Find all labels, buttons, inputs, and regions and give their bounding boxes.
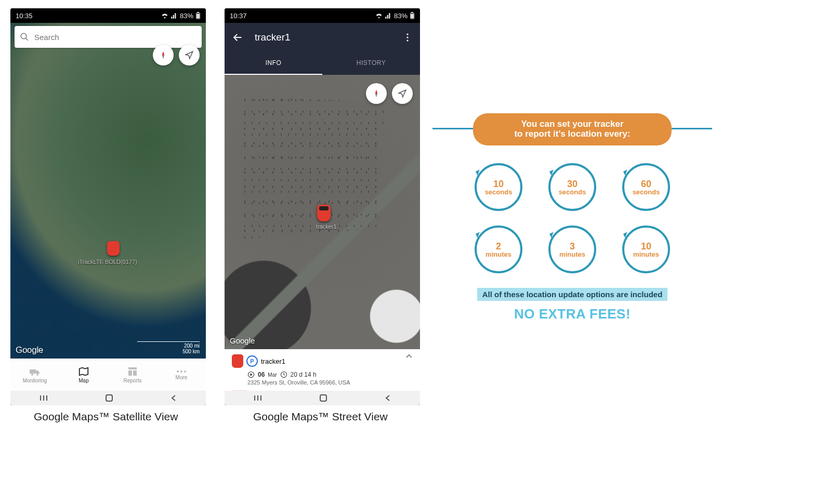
app-bar: tracker1 INFO HISTORY <box>225 23 420 75</box>
svg-rect-2 <box>197 12 199 13</box>
svg-point-6 <box>31 374 33 376</box>
battery-icon <box>195 12 201 19</box>
bottom-tabs: Monitoring Map Reports More <box>10 359 206 391</box>
tracker-pin-icon[interactable] <box>317 205 331 221</box>
compass-icon <box>159 50 168 60</box>
svg-point-3 <box>21 33 27 39</box>
svg-rect-8 <box>128 367 137 369</box>
svg-point-12 <box>180 370 182 373</box>
interval-unit: seconds <box>485 189 513 195</box>
interval-unit: minutes <box>485 251 511 258</box>
back-icon[interactable] <box>384 394 391 402</box>
android-navbar <box>10 391 206 405</box>
car-icon <box>232 354 243 368</box>
tab-info[interactable]: INFO <box>225 52 322 75</box>
phone-satellite-view: 10:35 83% iTrackLTE BOLD(0177) Google 20… <box>10 8 206 405</box>
tab-map[interactable]: Map <box>59 359 108 391</box>
tab-label: More <box>176 375 188 380</box>
interval-option: 30seconds <box>548 163 596 211</box>
back-button[interactable] <box>232 32 243 43</box>
svg-point-23 <box>406 39 408 41</box>
tracker-label: iTrackLTE BOLD(0177) <box>78 259 137 265</box>
battery-icon <box>410 12 415 19</box>
recents-icon[interactable] <box>253 394 262 402</box>
interval-option: 10seconds <box>475 163 522 211</box>
more-icon <box>176 369 187 374</box>
location-arrow-icon <box>398 89 407 98</box>
map-float-buttons <box>366 83 413 104</box>
svg-rect-10 <box>133 370 137 376</box>
svg-rect-19 <box>411 14 413 19</box>
banner-line1: You can set your tracker <box>473 120 672 129</box>
svg-rect-29 <box>320 395 326 401</box>
page-title: tracker1 <box>255 32 291 43</box>
interval-unit: minutes <box>559 251 585 258</box>
tab-label: Reports <box>123 378 141 383</box>
interval-row-1: 10seconds 30seconds 60seconds <box>437 163 708 211</box>
aerial-map[interactable]: tracker1 Google <box>225 75 420 349</box>
caption-satellite: Google Maps™ Satellite View <box>34 410 178 423</box>
date-month: Mar <box>268 372 277 378</box>
scale-km: 500 km <box>137 349 200 354</box>
compass-button[interactable] <box>366 83 387 104</box>
truck-icon <box>29 366 41 377</box>
battery-percent: 83% <box>180 12 193 20</box>
svg-point-11 <box>177 370 179 373</box>
interval-unit: minutes <box>633 251 659 258</box>
wifi-icon <box>161 12 168 19</box>
caption-street: Google Maps™ Street View <box>253 410 388 423</box>
interval-num: 60 <box>641 179 651 189</box>
status-bar: 10:37 83% <box>225 8 420 23</box>
tracker-pin-icon[interactable] <box>107 241 120 256</box>
map-float-buttons <box>153 45 200 65</box>
compass-icon <box>372 89 381 98</box>
included-note: All of these location update options are… <box>477 288 668 301</box>
recents-icon[interactable] <box>39 394 48 402</box>
search-input[interactable] <box>33 32 196 42</box>
search-icon <box>20 32 29 42</box>
home-icon[interactable] <box>319 394 327 402</box>
tab-monitoring[interactable]: Monitoring <box>10 359 59 391</box>
map-icon <box>78 366 89 377</box>
signal-icon <box>170 12 178 19</box>
svg-point-13 <box>184 370 186 373</box>
tab-label: Map <box>78 378 88 383</box>
interval-num: 30 <box>567 179 578 189</box>
interval-row-2: 2minutes 3minutes 10minutes <box>437 226 708 273</box>
svg-rect-20 <box>411 12 413 13</box>
interval-option: 60seconds <box>622 163 670 211</box>
tab-history[interactable]: HISTORY <box>322 52 420 75</box>
status-right: 83% <box>161 12 201 20</box>
svg-line-4 <box>25 38 28 41</box>
interval-num: 2 <box>496 242 501 251</box>
infographic: You can set your tracker to report it's … <box>437 113 708 322</box>
satellite-map[interactable]: iTrackLTE BOLD(0177) Google 200 mi 500 k… <box>10 23 206 359</box>
interval-option: 2minutes <box>475 226 522 273</box>
svg-rect-5 <box>30 369 36 374</box>
google-logo: Google <box>230 336 255 345</box>
map-terrain <box>10 23 206 359</box>
home-icon[interactable] <box>105 394 113 402</box>
interval-num: 10 <box>493 179 504 189</box>
status-bar: 10:35 83% <box>10 8 206 23</box>
interval-option: 3minutes <box>548 226 596 273</box>
location-arrow-icon <box>185 50 194 60</box>
duration: 20 d 14 h <box>291 371 317 378</box>
tab-more[interactable]: More <box>157 359 206 391</box>
compass-button[interactable] <box>153 45 174 65</box>
overflow-button[interactable] <box>402 32 413 43</box>
status-time: 10:37 <box>230 12 247 20</box>
chevron-up-icon[interactable] <box>405 353 413 359</box>
wifi-icon <box>375 12 383 19</box>
locate-button[interactable] <box>392 83 413 104</box>
battery-percent: 83% <box>394 12 408 20</box>
locate-button[interactable] <box>179 45 200 65</box>
interval-num: 3 <box>570 242 575 251</box>
tracker-name: tracker1 <box>261 357 285 365</box>
no-fees-heading: NO EXTRA FEES! <box>437 306 708 322</box>
phone-street-view: 10:37 83% tracker1 INFO HISTORY <box>225 8 420 405</box>
svg-point-7 <box>36 374 38 376</box>
status-right: 83% <box>375 12 415 20</box>
tab-reports[interactable]: Reports <box>108 359 157 391</box>
back-icon[interactable] <box>170 394 177 402</box>
